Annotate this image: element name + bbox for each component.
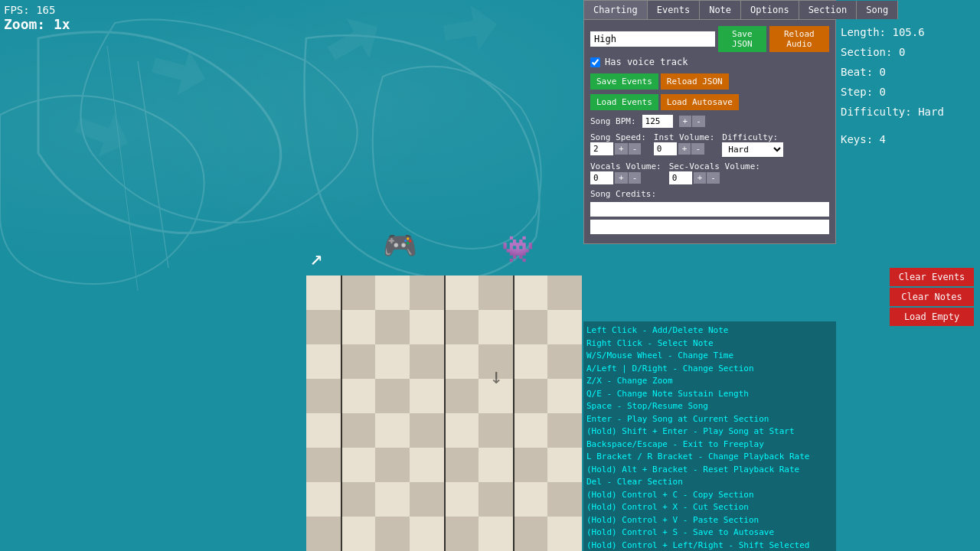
grid-cell[interactable] [341, 517, 375, 551]
reload-audio-button[interactable]: Reload Audio [769, 26, 829, 52]
grid-cell[interactable] [306, 448, 341, 482]
grid-cell[interactable] [410, 413, 444, 448]
grid-cell[interactable] [306, 482, 341, 517]
bpm-increment[interactable]: + [679, 116, 692, 127]
grid-cell[interactable] [513, 482, 547, 517]
grid-cell[interactable] [341, 310, 375, 344]
grid-cell[interactable] [375, 482, 410, 517]
voice-track-row: Has voice track [590, 57, 829, 67]
speed-decrement[interactable]: - [629, 143, 642, 155]
inst-vol-input[interactable] [654, 142, 677, 155]
sec-vocals-input[interactable] [669, 171, 692, 184]
grid-cell[interactable] [513, 344, 547, 379]
grid-cell[interactable] [306, 310, 341, 344]
grid-cell[interactable] [375, 310, 410, 344]
grid-cell[interactable] [341, 448, 375, 482]
grid-cell[interactable] [547, 344, 582, 379]
bpm-decrement[interactable]: - [692, 116, 705, 127]
cursor-arrow: ↗ [310, 245, 323, 270]
grid-cell[interactable] [444, 379, 479, 413]
grid-cell[interactable] [375, 276, 410, 310]
load-autosave-button[interactable]: Load Autosave [661, 94, 739, 110]
grid-cell[interactable] [306, 517, 341, 551]
grid-cell[interactable] [306, 276, 341, 310]
grid-cell[interactable] [306, 379, 341, 413]
reload-json-button[interactable]: Reload JSON [661, 73, 729, 90]
grid-cell[interactable] [479, 276, 513, 310]
load-events-button[interactable]: Load Events [590, 94, 658, 110]
grid-cell[interactable] [410, 310, 444, 344]
grid-cell[interactable] [306, 413, 341, 448]
grid-cell[interactable] [479, 517, 513, 551]
tab-section[interactable]: Section [799, 1, 858, 19]
grid-cell[interactable] [410, 344, 444, 379]
grid-cell[interactable] [479, 482, 513, 517]
grid-cell[interactable] [444, 482, 479, 517]
grid-cell[interactable] [341, 344, 375, 379]
grid-cell[interactable] [547, 379, 582, 413]
grid-cell[interactable] [444, 310, 479, 344]
grid-cell[interactable] [547, 276, 582, 310]
grid-cell[interactable] [513, 310, 547, 344]
grid-cell[interactable] [444, 413, 479, 448]
grid-cell[interactable] [341, 482, 375, 517]
grid-cell[interactable] [547, 517, 582, 551]
grid-cell[interactable] [547, 482, 582, 517]
save-events-button[interactable]: Save Events [590, 73, 658, 90]
grid-cell[interactable] [375, 448, 410, 482]
grid-cell[interactable] [513, 517, 547, 551]
tab-options[interactable]: Options [741, 1, 799, 19]
grid-cell[interactable] [513, 276, 547, 310]
sec-vocals-decrement[interactable]: - [707, 172, 720, 184]
song-name-input[interactable] [590, 31, 715, 47]
grid-cell[interactable] [341, 276, 375, 310]
voice-track-checkbox[interactable] [590, 57, 600, 67]
grid-cell[interactable] [306, 344, 341, 379]
difficulty-select[interactable]: Hard Easy Normal Expert [722, 142, 783, 157]
grid-cell[interactable] [444, 517, 479, 551]
grid-cell[interactable] [547, 448, 582, 482]
clear-events-button[interactable]: Clear Events [890, 268, 974, 286]
speed-increment[interactable]: + [615, 143, 628, 155]
grid-cell[interactable] [410, 448, 444, 482]
vocals-vol-decrement[interactable]: - [629, 172, 642, 184]
grid-cell[interactable] [375, 344, 410, 379]
inst-vol-increment[interactable]: + [678, 143, 691, 155]
tab-note[interactable]: Note [700, 1, 741, 19]
grid-cell[interactable] [513, 379, 547, 413]
grid-cell[interactable] [444, 344, 479, 379]
grid-cell[interactable] [375, 379, 410, 413]
grid-cell[interactable] [479, 448, 513, 482]
inst-vol-decrement[interactable]: - [691, 143, 704, 155]
grid-cell[interactable] [341, 413, 375, 448]
load-empty-button[interactable]: Load Empty [890, 308, 974, 326]
credits-input-2[interactable] [590, 220, 829, 234]
grid-cell[interactable] [375, 517, 410, 551]
grid-cell[interactable] [410, 276, 444, 310]
speed-input[interactable] [590, 142, 613, 155]
tab-events[interactable]: Events [648, 1, 700, 19]
grid-cell[interactable] [444, 448, 479, 482]
grid-cell[interactable] [547, 310, 582, 344]
grid-cell[interactable] [341, 379, 375, 413]
credits-input-1[interactable] [590, 202, 829, 217]
tab-song[interactable]: Song [857, 1, 898, 19]
grid-cell[interactable] [479, 413, 513, 448]
bpm-input[interactable] [642, 115, 673, 128]
sec-vocals-increment[interactable]: + [694, 172, 707, 184]
grid-cell[interactable] [513, 413, 547, 448]
grid-cell[interactable] [410, 482, 444, 517]
grid-cell[interactable] [479, 310, 513, 344]
save-json-button[interactable]: Save JSON [718, 26, 766, 52]
grid-cell[interactable] [410, 379, 444, 413]
vocals-vol-increment[interactable]: + [615, 172, 628, 184]
grid-cell[interactable] [513, 448, 547, 482]
grid-cell[interactable] [375, 413, 410, 448]
grid-cell[interactable] [547, 413, 582, 448]
grid-cell[interactable] [410, 517, 444, 551]
grid-cell[interactable] [444, 276, 479, 310]
clear-notes-button[interactable]: Clear Notes [890, 288, 974, 306]
editor-area[interactable]: ↓ [306, 276, 582, 551]
tab-charting[interactable]: Charting [584, 1, 648, 19]
vocals-vol-input[interactable] [590, 171, 613, 184]
